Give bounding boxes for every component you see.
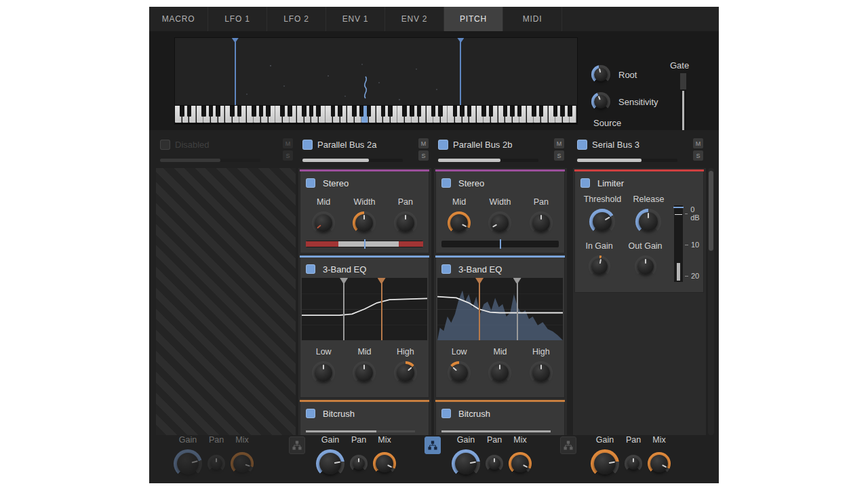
piano-key-black[interactable] [252, 106, 256, 117]
piano-key-black[interactable] [503, 106, 508, 117]
piano-key-black[interactable] [410, 106, 414, 117]
eq-crossover-marker[interactable] [479, 278, 480, 340]
module-enable-checkbox[interactable] [441, 409, 451, 418]
mute-button[interactable]: M [418, 138, 429, 148]
piano-key-black[interactable] [438, 106, 443, 117]
piano-key-black[interactable] [216, 106, 220, 117]
mix-knob[interactable] [648, 452, 671, 475]
mid-knob[interactable] [353, 361, 376, 384]
piano-key-black[interactable] [209, 106, 214, 117]
piano-key-black[interactable] [417, 106, 422, 117]
eq-graph[interactable] [302, 278, 427, 340]
release-knob[interactable] [635, 209, 661, 235]
root-knob[interactable] [591, 65, 610, 84]
high-knob[interactable] [530, 361, 553, 384]
tab-midi[interactable]: MIDI [503, 7, 562, 31]
mute-button[interactable]: M [554, 138, 564, 148]
in-gain-knob[interactable] [589, 256, 610, 277]
lane-enable-checkbox[interactable] [302, 140, 313, 150]
piano-key-black[interactable] [280, 106, 285, 117]
piano-key-black[interactable] [453, 106, 458, 117]
piano-key-black[interactable] [510, 106, 515, 117]
lane-enable-checkbox[interactable] [160, 140, 170, 150]
width-knob[interactable] [353, 211, 376, 235]
piano-key-black[interactable] [539, 106, 544, 117]
pan-knob[interactable] [530, 211, 553, 235]
lane-level-slider[interactable] [577, 159, 677, 162]
eq-crossover-marker[interactable] [343, 278, 344, 340]
mid-knob[interactable] [448, 211, 471, 235]
sensitivity-knob[interactable] [591, 92, 610, 111]
lane-level-slider[interactable] [160, 159, 260, 162]
piano-key-black[interactable] [560, 106, 565, 117]
gain-knob[interactable] [174, 449, 202, 478]
threshold-knob[interactable] [589, 209, 615, 235]
tab-env1[interactable]: ENV 1 [326, 7, 385, 31]
piano-key-black[interactable] [517, 106, 522, 117]
gain-knob[interactable] [316, 449, 344, 478]
gain-knob[interactable] [591, 449, 619, 478]
tab-pitch[interactable]: PITCH [444, 7, 503, 31]
piano-key-black[interactable] [338, 106, 342, 117]
piano-key-black[interactable] [402, 106, 407, 117]
piano-key-black[interactable] [359, 106, 364, 117]
piano-key-black[interactable] [460, 106, 465, 117]
out-gain-knob[interactable] [635, 256, 656, 277]
piano-key-black[interactable] [288, 106, 292, 117]
mute-button[interactable]: M [283, 138, 293, 148]
module-enable-checkbox[interactable] [441, 264, 451, 274]
mix-knob[interactable] [509, 452, 532, 475]
pan-knob[interactable] [208, 455, 225, 472]
piano-key-black[interactable] [388, 106, 393, 117]
piano-key-black[interactable] [302, 106, 307, 117]
piano-key-black[interactable] [381, 106, 386, 117]
mid-knob[interactable] [488, 361, 511, 384]
piano-key-black[interactable] [568, 106, 572, 117]
piano-key-black[interactable] [259, 106, 264, 117]
piano-key-black[interactable] [532, 106, 536, 117]
piano-key-black[interactable] [201, 106, 206, 117]
high-knob[interactable] [394, 361, 417, 384]
pan-knob[interactable] [486, 455, 503, 472]
tab-lfo2[interactable]: LFO 2 [267, 7, 326, 31]
gate-slider-thumb[interactable] [680, 73, 686, 89]
pan-knob[interactable] [625, 455, 642, 472]
tab-env2[interactable]: ENV 2 [385, 7, 444, 31]
low-knob[interactable] [448, 361, 471, 384]
piano-key-black[interactable] [266, 106, 271, 117]
piano-key-black[interactable] [467, 106, 472, 117]
module-enable-checkbox[interactable] [306, 409, 315, 418]
pan-knob[interactable] [350, 455, 368, 472]
module-enable-checkbox[interactable] [306, 264, 315, 274]
pitch-range-marker[interactable] [235, 38, 236, 105]
solo-button[interactable]: S [418, 150, 429, 161]
low-knob[interactable] [312, 361, 335, 384]
mix-knob[interactable] [231, 452, 254, 475]
lane-level-slider[interactable] [438, 159, 538, 162]
eq-crossover-marker[interactable] [381, 278, 382, 340]
mute-button[interactable]: M [693, 138, 703, 148]
piano-key-black[interactable] [331, 106, 336, 117]
piano-key-black[interactable] [230, 106, 235, 117]
piano-key-black[interactable] [316, 106, 321, 117]
tab-lfo1[interactable]: LFO 1 [208, 7, 267, 31]
eq-graph[interactable] [437, 278, 563, 340]
rack-scrollbar-thumb[interactable] [709, 171, 713, 251]
piano-key-black[interactable] [481, 106, 486, 117]
solo-button[interactable]: S [693, 150, 703, 161]
lane-level-slider[interactable] [302, 159, 403, 162]
piano-key-black[interactable] [553, 106, 558, 117]
eq-crossover-marker[interactable] [517, 278, 518, 340]
width-knob[interactable] [488, 211, 511, 235]
piano-keyboard[interactable] [175, 105, 577, 124]
module-enable-checkbox[interactable] [306, 178, 315, 188]
lane-enable-checkbox[interactable] [577, 140, 587, 150]
piano-key-black[interactable] [309, 106, 314, 117]
mix-knob[interactable] [373, 452, 396, 475]
tab-macro[interactable]: MACRO [149, 7, 208, 31]
bitcrush-slider[interactable] [306, 430, 415, 432]
piano-key-black[interactable] [489, 106, 494, 117]
lane-enable-checkbox[interactable] [438, 140, 448, 150]
module-enable-checkbox[interactable] [580, 178, 590, 188]
lane-routing-icon-active[interactable] [425, 436, 441, 454]
